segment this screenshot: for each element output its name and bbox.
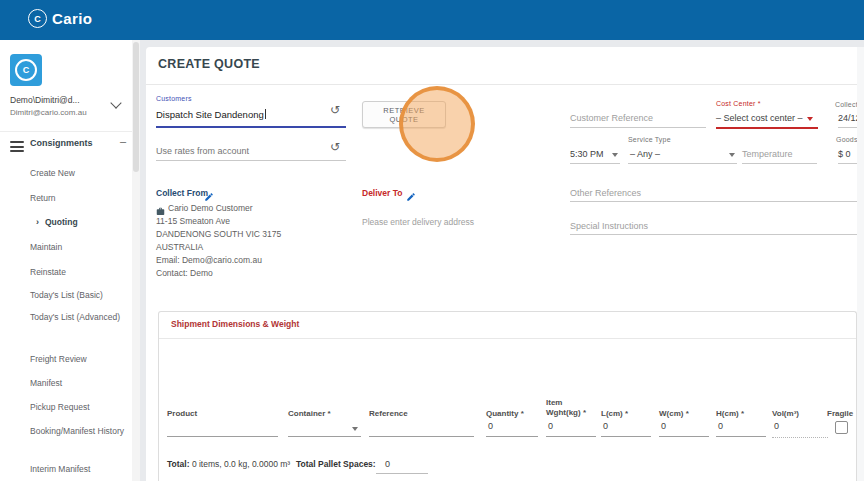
customer-reference-input[interactable]: Customer Reference <box>570 113 653 123</box>
pallet-spaces-input[interactable]: 0 <box>385 459 390 469</box>
collect-from-label: Collect From <box>156 188 208 198</box>
width-underline <box>659 436 709 437</box>
chevron-down-icon[interactable] <box>110 97 121 108</box>
deliver-to-label: Deliver To <box>362 188 402 198</box>
collection-underline <box>838 127 857 128</box>
customer-reference-underline <box>570 127 706 128</box>
arrow-right-icon: › <box>36 217 39 227</box>
totals-summary: Total: 0 items, 0.0 kg, 0.0000 m³ <box>167 459 290 469</box>
height-input[interactable]: 0 <box>718 421 723 431</box>
sidebar-item-todays-list-advanced[interactable]: Today's List (Advanced) <box>30 311 126 324</box>
quantity-underline <box>486 436 538 437</box>
time-underline <box>570 163 620 164</box>
sidebar-item-booking-manifest-history[interactable]: Booking/Manifest History <box>30 425 126 438</box>
collection-date-input[interactable]: 24/12/2 <box>838 113 857 123</box>
cost-center-label: Cost Center * <box>716 100 761 107</box>
collect-from-contact: Contact: Demo <box>156 268 213 278</box>
quantity-input[interactable]: 0 <box>488 421 493 431</box>
service-type-select[interactable]: – Any – <box>630 149 660 159</box>
col-height: H(cm) * <box>716 409 744 418</box>
fragile-checkbox[interactable] <box>835 421 848 434</box>
goods-value-underline <box>838 163 857 164</box>
cost-center-caret-icon[interactable] <box>807 117 813 121</box>
item-wght-input[interactable]: 0 <box>548 421 553 431</box>
customers-value: Dispatch Site Dandenong <box>156 109 264 120</box>
cario-logo[interactable]: C Cario <box>28 9 92 28</box>
sidebar-logo-icon: C <box>10 54 42 86</box>
length-input[interactable]: 0 <box>603 421 608 431</box>
sidebar-item-reinstate[interactable]: Reinstate <box>30 266 126 279</box>
cost-center-select[interactable]: – Select cost center – <box>716 113 803 123</box>
collect-from-company: Cario Demo Customer <box>168 203 253 213</box>
col-reference: Reference <box>369 409 408 418</box>
col-fragile: Fragile <box>827 409 853 418</box>
cario-logo-icon: C <box>28 9 47 28</box>
sidebar-item-maintain[interactable]: Maintain <box>30 241 126 254</box>
length-underline <box>601 436 651 437</box>
sidebar-item-quoting[interactable]: ›Quoting <box>36 216 132 229</box>
temperature-input[interactable]: Temperature <box>742 149 793 159</box>
user-email: Dimitri@cario.com.au <box>10 108 87 117</box>
other-references-input[interactable]: Other References <box>570 188 641 198</box>
product-input[interactable] <box>167 436 278 437</box>
sidebar-item-create-new[interactable]: Create New <box>30 167 126 180</box>
sidebar-divider <box>0 131 140 132</box>
collect-from-email: Email: Demo@cario.com.au <box>156 255 262 265</box>
app-screen: C Cario C Demo\Dimitri@d... Dimitri@cari… <box>0 0 864 481</box>
time-caret-icon[interactable] <box>612 153 618 157</box>
reference-input[interactable] <box>369 436 474 437</box>
sidebar-section-consignments[interactable]: Consignments <box>30 138 93 148</box>
item-wght-underline <box>546 436 596 437</box>
sidebar-item-label: Quoting <box>45 217 78 227</box>
collect-from-street: 11-15 Smeaton Ave <box>156 216 230 226</box>
page-title: CREATE QUOTE <box>158 57 260 71</box>
deliver-to-placeholder[interactable]: Please enter delivery address <box>362 217 474 227</box>
pallet-spaces-underline <box>376 473 428 474</box>
collapse-minus-icon[interactable]: – <box>120 135 126 147</box>
sidebar-item-return[interactable]: Return <box>30 192 126 205</box>
pallet-spaces-label: Total Pallet Spaces: <box>296 459 376 469</box>
sidebar-item-interim-manifest[interactable]: Interim Manifest <box>30 463 126 476</box>
logo-letter: C <box>34 14 41 24</box>
logo-letter: C <box>23 65 30 75</box>
collect-from-suburb: DANDENONG SOUTH VIC 3175 <box>156 229 281 239</box>
sidebar-scrollbar-thumb[interactable] <box>133 42 139 172</box>
col-volume: Vol(m³) <box>772 409 799 418</box>
container-caret-icon[interactable] <box>352 427 358 431</box>
sidebar-item-freight-review[interactable]: Freight Review <box>30 353 126 366</box>
service-type-label: Service Type <box>628 136 671 143</box>
customers-input[interactable]: Dispatch Site Dandenong <box>156 109 266 120</box>
special-instructions-input[interactable]: Special Instructions <box>570 221 648 231</box>
volume-underline <box>772 436 828 438</box>
shipment-dimensions-card: Shipment Dimensions & Weight Product Con… <box>158 311 857 481</box>
temperature-underline <box>742 163 817 164</box>
col-product: Product <box>167 409 197 418</box>
service-type-caret-icon[interactable] <box>729 153 735 157</box>
sidebar-item-pickup-request[interactable]: Pickup Request <box>30 401 126 414</box>
container-select[interactable] <box>288 436 361 437</box>
totals-label: Total: <box>167 459 190 469</box>
cost-center-underline <box>716 127 818 129</box>
collect-from-edit-icon[interactable] <box>204 188 214 198</box>
width-input[interactable]: 0 <box>661 421 666 431</box>
company-briefcase-icon <box>156 202 165 211</box>
sidebar: C Demo\Dimitri@d... Dimitri@cario.com.au… <box>0 40 140 481</box>
volume-value: 0 <box>774 421 779 431</box>
customers-reset-icon[interactable]: ↺ <box>330 105 340 115</box>
sidebar-item-manifest[interactable]: Manifest <box>30 377 126 390</box>
top-bar: C Cario <box>0 0 864 40</box>
sidebar-item-todays-list-basic[interactable]: Today's List (Basic) <box>30 289 126 302</box>
collection-time-select[interactable]: 5:30 PM <box>570 149 604 159</box>
use-rates-reset-icon[interactable]: ↺ <box>330 142 340 152</box>
goods-value-input[interactable]: $ 0 <box>838 149 851 159</box>
use-rates-input[interactable]: Use rates from account <box>156 146 249 156</box>
height-underline <box>716 436 766 437</box>
collection-label: Collection <box>835 101 857 108</box>
main-content: CREATE QUOTE Customers Dispatch Site Dan… <box>146 47 857 481</box>
collect-from-country: AUSTRALIA <box>156 242 203 252</box>
deliver-to-edit-icon[interactable] <box>406 188 416 198</box>
special-instructions-underline <box>570 234 857 235</box>
menu-icon[interactable] <box>10 141 24 155</box>
col-width: W(cm) * <box>659 409 689 418</box>
shipment-section-title: Shipment Dimensions & Weight <box>171 319 299 329</box>
